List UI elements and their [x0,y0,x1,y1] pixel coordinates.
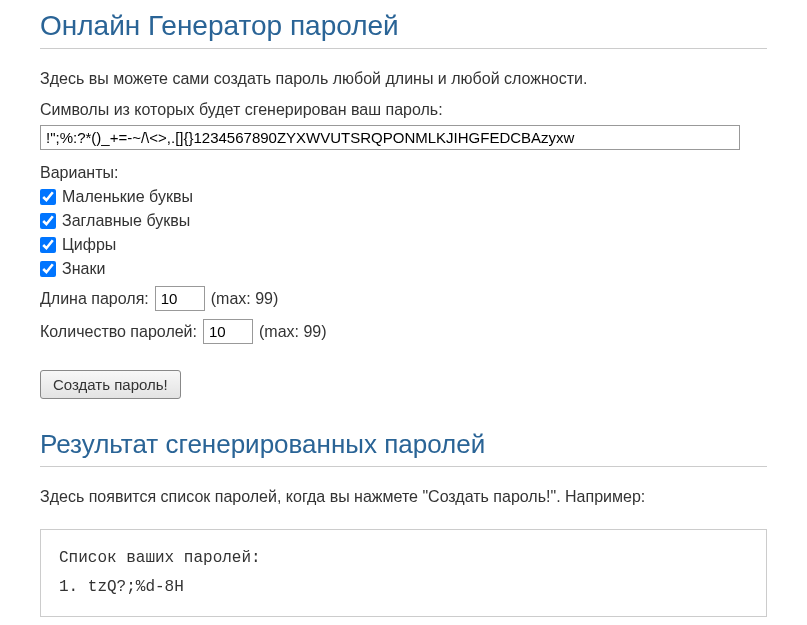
variants-label: Варианты: [40,164,767,182]
lowercase-label: Маленькие буквы [62,188,193,206]
symbols-input[interactable] [40,125,740,150]
page-title: Онлайн Генератор паролей [40,10,767,49]
intro-description: Здесь вы можете сами создать пароль любо… [40,67,767,91]
digits-checkbox[interactable] [40,237,56,253]
length-label: Длина пароля: [40,290,149,308]
result-item-1: 1. tzQ?;%d-8H [59,573,748,602]
uppercase-checkbox[interactable] [40,213,56,229]
result-description: Здесь появится список паролей, когда вы … [40,485,767,509]
create-password-button[interactable]: Создать пароль! [40,370,181,399]
length-input[interactable] [155,286,205,311]
count-input[interactable] [203,319,253,344]
result-heading: Результат сгенерированных паролей [40,429,767,467]
result-box: Список ваших паролей: 1. tzQ?;%d-8H [40,529,767,617]
count-label: Количество паролей: [40,323,197,341]
uppercase-label: Заглавные буквы [62,212,190,230]
digits-label: Цифры [62,236,116,254]
lowercase-checkbox[interactable] [40,189,56,205]
symbols-checkbox[interactable] [40,261,56,277]
count-max-hint: (max: 99) [259,323,327,341]
symbols-label: Символы из которых будет сгенерирован ва… [40,101,767,119]
symbols-label-cb: Знаки [62,260,105,278]
result-list-title: Список ваших паролей: [59,544,748,573]
length-max-hint: (max: 99) [211,290,279,308]
